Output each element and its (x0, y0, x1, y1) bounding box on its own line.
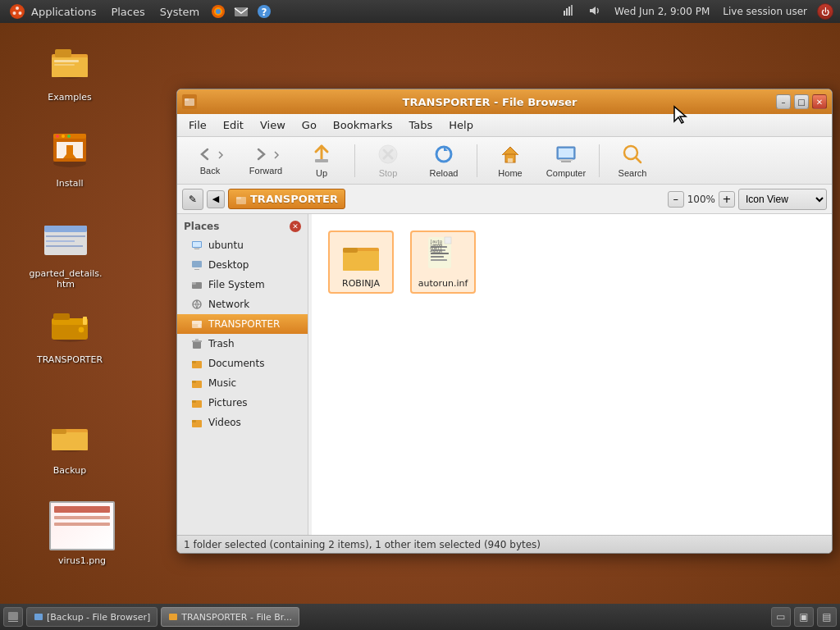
sidebar-item-videos[interactable]: Videos (177, 413, 308, 432)
back-button[interactable]: Back (184, 140, 236, 181)
svg-rect-77 (192, 381, 196, 383)
search-button[interactable]: Search (606, 140, 659, 181)
svg-rect-72 (192, 340, 202, 342)
svg-rect-42 (52, 429, 66, 434)
sidebar-section-places[interactable]: Places ✕ (177, 217, 308, 235)
home-button[interactable]: Home (484, 140, 536, 181)
taskbar-icon-3[interactable]: ▤ (817, 607, 837, 627)
install-icon-graphic (43, 122, 96, 175)
session-user[interactable]: Live session user (719, 4, 810, 19)
sidebar-close-button[interactable]: ✕ (290, 221, 301, 232)
zoom-out-button[interactable]: – (668, 191, 684, 208)
view-select[interactable]: Icon View List View Compact View (738, 189, 827, 210)
svg-rect-96 (8, 612, 18, 620)
svg-rect-91 (431, 259, 447, 261)
network-status[interactable] (559, 2, 578, 21)
places-menu[interactable]: Places (104, 4, 151, 20)
desktop-icon-install[interactable]: Install (33, 119, 107, 192)
minimize-button[interactable]: – (776, 94, 791, 109)
location-folder-button[interactable]: TRANSPORTER (228, 189, 345, 209)
system-label: System (160, 6, 199, 18)
forward-button[interactable]: Forward (240, 140, 292, 181)
svg-rect-84 (343, 248, 358, 253)
ubuntu-computer-icon (190, 239, 203, 252)
sidebar-item-music[interactable]: Music (177, 373, 308, 393)
taskbar-icon-2[interactable]: ▣ (794, 607, 814, 627)
menu-file[interactable]: File (180, 116, 215, 135)
file-item-autorun[interactable]: [auto ]aeAN shell +äöüA autorun.inf (410, 231, 476, 294)
close-button[interactable]: ✕ (812, 94, 827, 109)
svg-rect-99 (169, 614, 177, 620)
volume-status[interactable] (585, 2, 605, 21)
help-icon[interactable]: ? (253, 2, 275, 21)
sidebar-item-network[interactable]: Network (177, 294, 308, 314)
sidebar-item-ubuntu[interactable]: ubuntu (177, 235, 308, 255)
sidebar-item-transporter[interactable]: TRANSPORTER (177, 314, 308, 334)
svg-rect-13 (571, 5, 573, 16)
reload-button[interactable]: Reload (418, 140, 470, 181)
datetime[interactable]: Wed Jun 2, 9:00 PM (611, 4, 713, 19)
taskbar: [Backup - File Browser] TRANSPORTER - Fi… (0, 604, 840, 630)
taskbar-transporter-label: TRANSPORTER - File Br... (181, 612, 292, 623)
desktop-icon-examples[interactable]: Examples (33, 33, 107, 106)
toolbar-separator-1 (354, 144, 355, 177)
session-power-button[interactable]: ⏻ (817, 3, 833, 20)
menu-bookmarks[interactable]: Bookmarks (325, 116, 401, 135)
svg-rect-44 (185, 98, 189, 101)
firefox-icon[interactable] (208, 2, 229, 21)
ubuntu-logo (10, 4, 25, 19)
taskbar-backup-browser[interactable]: [Backup - File Browser] (26, 607, 158, 627)
sidebar-item-trash[interactable]: Trash (177, 334, 308, 354)
desktop-icon-virus1[interactable]: virus1.png (41, 496, 123, 569)
svg-rect-79 (192, 400, 196, 403)
menu-tabs[interactable]: Tabs (400, 116, 441, 135)
zoom-in-button[interactable]: + (719, 191, 735, 208)
sidebar-item-pictures[interactable]: Pictures (177, 393, 308, 413)
taskbar-icon-1[interactable]: ▭ (771, 607, 791, 627)
location-edit-button[interactable]: ✎ (182, 189, 203, 210)
up-label: Up (316, 168, 327, 178)
svg-rect-10 (564, 11, 565, 16)
menu-help[interactable]: Help (441, 116, 482, 135)
search-label: Search (619, 168, 647, 178)
svg-rect-51 (559, 148, 573, 158)
computer-button[interactable]: Computer (540, 140, 592, 181)
sidebar-label-videos: Videos (208, 417, 241, 428)
maximize-button[interactable]: □ (794, 94, 809, 109)
desktop-icon-gparted[interactable]: gparted_details.htm (25, 209, 107, 293)
svg-rect-53 (559, 159, 573, 161)
menu-go[interactable]: Go (294, 116, 325, 135)
applications-menu[interactable]: Applications (3, 2, 103, 21)
virus1-label: virus1.png (58, 555, 106, 566)
top-panel: Applications Places System ? Wed Jun 2, … (0, 0, 840, 23)
transporter-drive-graphic (43, 299, 96, 351)
mail-icon[interactable] (231, 2, 252, 21)
svg-rect-83 (343, 251, 379, 271)
svg-point-1 (16, 7, 19, 10)
location-back-button[interactable]: ◀ (207, 190, 225, 208)
sidebar-label-music: Music (208, 377, 236, 389)
taskbar-transporter-browser[interactable]: TRANSPORTER - File Br... (161, 607, 299, 627)
desktop-icon-transporter[interactable]: TRANSPORTER (33, 295, 107, 368)
svg-rect-31 (46, 240, 75, 242)
sidebar-label-pictures: Pictures (208, 397, 248, 409)
svg-point-23 (56, 135, 59, 138)
pictures-folder-icon (190, 396, 203, 409)
desktop-icon-backup[interactable]: Backup (33, 406, 107, 479)
menu-edit[interactable]: Edit (215, 116, 252, 135)
stop-button[interactable]: Stop (362, 140, 414, 181)
sidebar-item-filesystem[interactable]: File System (177, 275, 308, 294)
svg-point-6 (216, 9, 221, 14)
file-item-robinja[interactable]: ROBINJA (328, 231, 394, 294)
svg-rect-41 (52, 432, 88, 450)
music-folder-icon (190, 377, 203, 390)
sidebar-item-desktop[interactable]: Desktop (177, 255, 308, 275)
taskbar-show-desktop[interactable] (3, 607, 23, 627)
sidebar-item-documents[interactable]: Documents (177, 354, 308, 373)
up-button[interactable]: Up (295, 140, 348, 181)
autorun-file-icon: [auto ]aeAN shell +äöüA (423, 235, 463, 275)
svg-text:+äöüA: +äöüA (430, 249, 442, 253)
system-menu[interactable]: System (153, 4, 206, 20)
top-panel-right: Wed Jun 2, 9:00 PM Live session user ⏻ (559, 2, 840, 21)
menu-view[interactable]: View (252, 116, 294, 135)
